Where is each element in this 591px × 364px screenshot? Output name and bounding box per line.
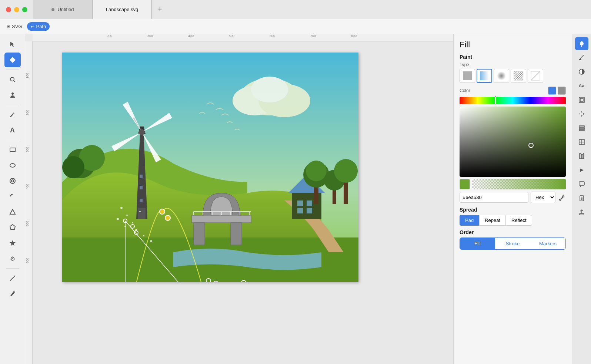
svg-marker-1 [10,57,16,63]
order-tab-stroke[interactable]: Stroke [495,238,530,249]
right-tool-frame[interactable] [575,93,588,107]
svg-point-39 [306,161,327,181]
svg-point-43 [334,159,358,183]
hue-bar[interactable] [460,97,566,104]
spread-pad-btn[interactable]: Pad [460,215,479,226]
tool-text[interactable]: A [4,123,21,138]
tool-rect[interactable] [4,142,21,157]
right-tool-library[interactable] [575,149,588,163]
asterisk-icon: ✳ [7,24,10,29]
svg-rect-107 [579,182,584,185]
right-tool-pages[interactable] [575,192,588,205]
svg-point-8 [11,180,14,182]
order-label: Order [460,229,566,235]
spread-repeat-btn[interactable]: Repeat [479,215,506,226]
spread-label: Spread [460,207,566,213]
svg-point-61 [117,218,119,220]
titlebar: Untitled Landscape.svg + [0,0,591,19]
tool-pencil[interactable] [4,107,21,122]
right-tool-font[interactable]: Aa [575,79,588,92]
color-picker-cursor [528,143,534,148]
tab-landscape[interactable]: Landscape.svg [93,0,152,19]
svg-rect-99 [579,129,584,131]
type-label: Type [460,62,566,67]
type-flat-btn[interactable] [460,69,475,83]
tool-line[interactable] [4,271,21,286]
hue-bar-container[interactable] [460,97,566,104]
tool-person[interactable] [4,88,21,102]
svg-point-7 [10,178,15,183]
svg-point-4 [11,92,14,95]
right-tool-move[interactable] [575,107,588,121]
svg-canvas[interactable] [62,53,358,282]
spread-reflect-btn[interactable]: Reflect [506,215,532,226]
type-radial-btn[interactable] [494,69,509,83]
path-icon: ↩ [31,24,34,29]
tool-pen[interactable] [4,286,21,301]
toolbar-separator-1 [6,70,19,70]
right-tool-pin[interactable] [575,37,588,50]
tab-untitled[interactable]: Untitled [33,0,93,19]
right-tool-brush[interactable] [575,51,588,64]
svg-point-70 [165,215,170,220]
tab-label: Untitled [57,7,74,12]
svg-rect-5 [10,148,15,152]
minimize-button[interactable] [14,7,19,12]
tool-star[interactable] [4,236,21,250]
right-tool-layers[interactable] [575,121,588,135]
type-linear-btn[interactable] [477,69,492,83]
svg-rect-34 [307,200,312,206]
order-tab-fill[interactable]: Fill [460,238,495,249]
svg-point-46 [62,156,84,178]
breadcrumb-bar: ✳ SVG ↩ Path [0,19,591,34]
svg-marker-11 [10,240,16,246]
color-swatch-blue[interactable] [548,87,556,95]
svg-point-60 [126,215,128,216]
tool-node[interactable] [4,53,21,67]
eyedropper-button[interactable] [558,192,566,203]
alpha-bar[interactable] [472,179,566,189]
svg-marker-106 [580,168,584,172]
maximize-button[interactable] [22,7,27,12]
tool-select[interactable] [4,37,21,52]
tool-arc[interactable] [4,189,21,204]
tool-pentagon[interactable] [4,220,21,235]
breadcrumb-path-label: Path [36,24,46,29]
add-tab-button[interactable]: + [152,0,168,19]
right-tool-export[interactable] [575,206,588,219]
type-none-btn[interactable] [528,69,543,83]
type-pattern-btn[interactable] [511,69,526,83]
canvas-area[interactable]: 200 300 400 500 600 700 800 100 200 300 … [25,34,453,364]
order-tab-markers[interactable]: Markers [530,238,565,249]
right-tool-contrast[interactable] [575,65,588,78]
tool-circle[interactable] [4,158,21,173]
svg-marker-93 [581,111,582,112]
svg-rect-97 [579,126,584,127]
svg-rect-33 [297,200,303,206]
close-button[interactable] [6,7,11,12]
color-picker[interactable] [460,107,566,177]
breadcrumb-path[interactable]: ↩ Path [27,22,50,31]
svg-marker-95 [579,113,580,115]
paint-section: Paint Type [460,54,566,250]
tool-gear[interactable]: ⚙ [4,251,21,266]
tool-triangle[interactable] [4,205,21,219]
hex-input[interactable] [460,192,528,203]
tool-donut[interactable] [4,173,21,188]
main-area: A ⚙ [0,34,591,364]
order-tabs: Fill Stroke Markers [460,237,566,250]
color-header: Color [460,87,566,95]
tool-zoom[interactable] [4,72,21,87]
breadcrumb-svg[interactable]: ✳ SVG [3,22,26,31]
canvas-document[interactable] [62,53,358,282]
tab-label: Landscape.svg [106,7,138,12]
svg-rect-49 [140,175,143,178]
color-swatch-gray[interactable] [558,87,566,95]
paint-type-row [460,69,566,83]
right-tool-table[interactable] [575,135,588,149]
svg-point-59 [120,207,123,209]
right-tool-chat[interactable] [575,178,588,191]
color-label: Color [460,88,470,93]
hex-type-select[interactable]: Hex RGB HSL [531,192,555,203]
right-tool-measure[interactable] [575,164,588,177]
